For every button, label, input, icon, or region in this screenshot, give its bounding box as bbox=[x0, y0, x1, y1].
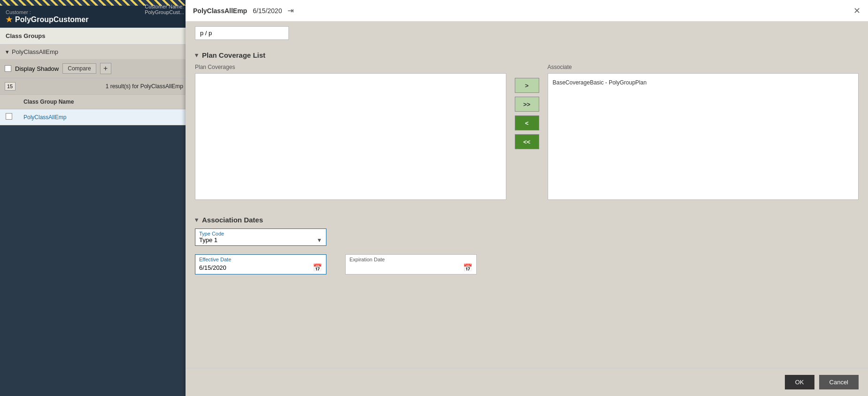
display-shadow-checkbox[interactable] bbox=[5, 65, 11, 72]
type-code-select[interactable]: Type 1 Type 2 Type 3 bbox=[199, 236, 317, 244]
associate-listbox[interactable]: BaseCoverageBasic - PolyGroupPlan bbox=[548, 73, 859, 200]
modal-body: ▾ Plan Coverage List Plan Coverages > >>… bbox=[186, 22, 868, 368]
sidebar-view-controls: 15 25 50 1 result(s) for PolyClassAllEmp bbox=[0, 78, 188, 95]
type-code-label: Type Code bbox=[199, 231, 322, 236]
effective-date-field: Effective Date 📅 bbox=[195, 254, 326, 274]
plan-coverage-area: Plan Coverages > >> < << Associate BaseC… bbox=[186, 64, 868, 209]
sidebar-controls: Display Shadow Compare + bbox=[0, 59, 188, 78]
modal-date: 6/15/2020 bbox=[253, 7, 282, 15]
date-fields: Effective Date 📅 Expiration Date 📅 bbox=[195, 254, 859, 274]
plan-coverages-col: Plan Coverages bbox=[195, 64, 506, 200]
plan-coverage-inner: Plan Coverages > >> < << Associate BaseC… bbox=[195, 64, 859, 200]
sidebar: Customer : PolyGroupCustomer Customer Na… bbox=[0, 0, 188, 396]
effective-date-calendar-icon[interactable]: 📅 bbox=[313, 263, 322, 272]
top-input-area bbox=[186, 22, 868, 45]
plan-coverages-listbox[interactable] bbox=[195, 73, 506, 200]
select-all-col bbox=[0, 95, 18, 109]
modal-titlebar: PolyClassAllEmp 6/15/2020 ⇥ ✕ bbox=[186, 0, 868, 22]
expiration-date-input[interactable] bbox=[349, 264, 463, 271]
customer-name-right: Customer Name: PolyGroupCust... bbox=[145, 4, 184, 15]
sidebar-section-poly[interactable]: ▾ PolyClassAllEmp bbox=[0, 45, 188, 59]
table-row[interactable]: PolyClassAllEmp bbox=[0, 109, 188, 125]
modal-dialog: PolyClassAllEmp 6/15/2020 ⇥ ✕ ▾ Plan Cov… bbox=[186, 0, 868, 396]
plan-coverage-section-header: ▾ Plan Coverage List bbox=[186, 45, 868, 64]
associate-col: Associate BaseCoverageBasic - PolyGroupP… bbox=[548, 64, 859, 200]
type-code-field: Type Code Type 1 Type 2 Type 3 ▼ bbox=[195, 228, 859, 246]
compare-button[interactable]: Compare bbox=[62, 63, 96, 74]
expiration-date-label: Expiration Date bbox=[349, 257, 473, 262]
move-right-button[interactable]: > bbox=[515, 78, 539, 93]
assoc-dates-area: Type Code Type 1 Type 2 Type 3 ▼ bbox=[186, 228, 868, 284]
plan-coverage-section-title: Plan Coverage List bbox=[202, 51, 265, 59]
effective-date-label: Effective Date bbox=[199, 257, 322, 262]
add-class-group-button[interactable]: + bbox=[100, 63, 111, 74]
assoc-dates-section-header: ▾ Association Dates bbox=[186, 209, 868, 228]
transfer-buttons: > >> < << bbox=[506, 64, 548, 149]
top-search-input[interactable] bbox=[195, 26, 289, 40]
modal-footer: OK Cancel bbox=[186, 368, 868, 396]
display-shadow-label: Display Shadow bbox=[15, 65, 59, 72]
expiration-date-field: Expiration Date 📅 bbox=[345, 254, 477, 274]
arrow-icon: ⇥ bbox=[287, 6, 294, 15]
expiration-date-calendar-icon[interactable]: 📅 bbox=[463, 263, 473, 272]
associate-label: Associate bbox=[548, 64, 859, 70]
associate-item[interactable]: BaseCoverageBasic - PolyGroupPlan bbox=[552, 77, 855, 88]
ok-button[interactable]: OK bbox=[785, 375, 814, 389]
view-rows-select[interactable]: 15 25 50 bbox=[5, 82, 16, 91]
assoc-dates-section-title: Association Dates bbox=[202, 216, 263, 224]
customer-name: PolyGroupCustomer bbox=[6, 15, 182, 24]
view-rows-control[interactable]: 15 25 50 bbox=[5, 82, 16, 91]
row-checkbox[interactable] bbox=[6, 113, 12, 120]
chevron-down-icon: ▾ bbox=[6, 48, 9, 55]
effective-date-input[interactable] bbox=[199, 264, 313, 271]
move-all-right-button[interactable]: >> bbox=[515, 97, 539, 112]
plan-coverage-chevron[interactable]: ▾ bbox=[195, 52, 198, 59]
class-group-name-cell[interactable]: PolyClassAllEmp bbox=[18, 109, 188, 125]
assoc-dates-chevron[interactable]: ▾ bbox=[195, 216, 198, 223]
type-code-dropdown-arrow: ▼ bbox=[317, 237, 322, 244]
class-groups-header: Class Groups bbox=[0, 28, 188, 45]
modal-title: PolyClassAllEmp bbox=[193, 7, 247, 15]
class-group-table: Class Group Name PolyClassAllEmp bbox=[0, 95, 188, 125]
sidebar-section-label: PolyClassAllEmp bbox=[12, 48, 58, 55]
results-text: 1 result(s) for PolyClassAllEmp bbox=[106, 83, 183, 90]
class-group-link[interactable]: PolyClassAllEmp bbox=[23, 114, 66, 121]
move-left-button[interactable]: < bbox=[515, 115, 539, 130]
customer-name-label: Customer Name: bbox=[145, 4, 184, 9]
plan-coverages-label: Plan Coverages bbox=[195, 64, 506, 70]
class-group-name-header[interactable]: Class Group Name bbox=[18, 95, 188, 109]
row-checkbox-cell[interactable] bbox=[0, 109, 18, 125]
customer-name-value: PolyGroupCust... bbox=[145, 9, 184, 15]
modal-close-button[interactable]: ✕ bbox=[853, 7, 860, 15]
cancel-button[interactable]: Cancel bbox=[819, 375, 859, 389]
sidebar-header: Customer : PolyGroupCustomer Customer Na… bbox=[0, 6, 188, 28]
move-all-left-button[interactable]: << bbox=[515, 134, 539, 149]
